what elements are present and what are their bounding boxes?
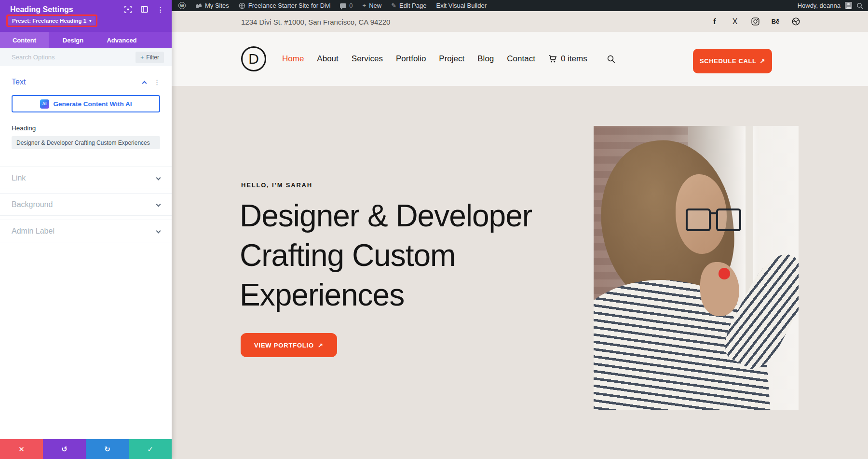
my-sites-icon xyxy=(195,2,202,9)
dribbble-icon[interactable] xyxy=(791,17,800,26)
view-portfolio-label: VIEW PORTFOLIO xyxy=(254,342,314,349)
photo-glasses-lens xyxy=(686,209,711,231)
exit-visual-builder-link[interactable]: Exit Visual Builder xyxy=(431,0,491,11)
ai-badge-icon: AI xyxy=(40,99,49,109)
comments-menu[interactable]: 0 xyxy=(335,0,357,11)
cart-icon xyxy=(548,55,557,63)
site-name-menu[interactable]: Freelance Starter Site for Divi xyxy=(234,0,336,11)
x-twitter-icon[interactable]: X xyxy=(731,17,739,26)
focus-mode-icon[interactable] xyxy=(124,6,132,13)
generate-content-ai-button[interactable]: AI Generate Content With AI xyxy=(12,95,160,112)
my-sites-menu[interactable]: My Sites xyxy=(190,0,234,11)
section-link-label: Link xyxy=(12,174,26,182)
preset-dropdown[interactable]: Preset: Freelance Heading 1 ▾ xyxy=(8,16,95,25)
section-background[interactable]: Background xyxy=(0,193,172,216)
admin-search-icon[interactable] xyxy=(856,2,863,9)
photo-glasses-bridge xyxy=(710,212,718,214)
howdy-label[interactable]: Howdy, deanna xyxy=(798,2,841,9)
chevron-up-icon[interactable] xyxy=(142,81,147,85)
hero-eyebrow: HELLO, I’M SARAH xyxy=(241,181,312,189)
user-avatar[interactable] xyxy=(845,2,852,9)
nav-item-services[interactable]: Services xyxy=(352,54,383,64)
nav-item-contact[interactable]: Contact xyxy=(507,54,535,64)
site-search-button[interactable] xyxy=(607,55,615,63)
panel-layout-icon[interactable] xyxy=(141,6,148,13)
chevron-down-icon xyxy=(156,202,161,207)
schedule-call-button[interactable]: SCHEDULE CALL ↗ xyxy=(693,49,772,73)
redo-icon: ↻ xyxy=(104,445,110,454)
cart-count-label: 0 items xyxy=(561,54,587,64)
admin-bar-left: W My Sites Freelance Starter Site for Di… xyxy=(174,0,491,11)
undo-button[interactable]: ↺ xyxy=(43,439,86,459)
edit-page-label: Edit Page xyxy=(399,2,426,9)
nav-item-portfolio[interactable]: Portfolio xyxy=(396,54,426,64)
filter-button[interactable]: + Filter xyxy=(136,52,164,63)
nav-item-project[interactable]: Project xyxy=(439,54,464,64)
panel-header: Heading Settings ⋮ Preset: Freelance Hea… xyxy=(0,0,172,32)
my-sites-label: My Sites xyxy=(205,2,229,9)
hero-photo[interactable] xyxy=(594,126,799,410)
options-search-bar: + Filter xyxy=(0,48,172,66)
search-options-input[interactable] xyxy=(12,54,131,61)
plus-icon: + xyxy=(140,54,144,61)
panel-header-icons: ⋮ xyxy=(124,6,164,13)
schedule-call-label: SCHEDULE CALL xyxy=(700,57,757,65)
panel-tabs: Content Design Advanced xyxy=(0,32,172,48)
site-search-icon xyxy=(607,55,615,63)
photo-red-nail xyxy=(719,268,730,279)
undo-icon: ↺ xyxy=(61,445,68,454)
close-icon: ✕ xyxy=(18,445,25,454)
preset-highlight-box: Preset: Freelance Heading 1 ▾ xyxy=(6,14,97,27)
cart-link[interactable]: 0 items xyxy=(548,54,587,64)
tab-advanced[interactable]: Advanced xyxy=(97,32,146,48)
text-section-title[interactable]: Text xyxy=(12,78,26,86)
site-name-label: Freelance Starter Site for Divi xyxy=(248,2,331,9)
tab-content[interactable]: Content xyxy=(0,32,49,48)
admin-bar-right: Howdy, deanna xyxy=(798,0,868,11)
divi-settings-panel: Heading Settings ⋮ Preset: Freelance Hea… xyxy=(0,0,172,459)
edit-page-menu[interactable]: ✎ Edit Page xyxy=(386,0,431,11)
comment-bubble-icon xyxy=(340,3,346,8)
nav-item-blog[interactable]: Blog xyxy=(477,54,494,64)
section-menu-icon[interactable]: ⋮ xyxy=(154,79,160,86)
panel-menu-icon[interactable]: ⋮ xyxy=(157,6,164,13)
save-button[interactable]: ✓ xyxy=(129,439,172,459)
social-links: f X Bē xyxy=(710,17,800,26)
site-logo[interactable]: D xyxy=(241,46,266,71)
plus-icon: + xyxy=(363,2,366,9)
filter-label: Filter xyxy=(146,54,159,61)
text-section-header[interactable]: Text ⋮ xyxy=(12,73,160,91)
collapsed-sections: Link Background Admin Label xyxy=(0,167,172,242)
discard-button[interactable]: ✕ xyxy=(0,439,43,459)
check-icon: ✓ xyxy=(147,445,153,454)
heading-field-label: Heading xyxy=(12,125,160,132)
section-link[interactable]: Link xyxy=(0,167,172,189)
arrow-up-right-icon: ↗ xyxy=(318,342,324,349)
hero-heading[interactable]: Designer & Developer Crafting Custom Exp… xyxy=(240,196,572,315)
comment-count: 0 xyxy=(349,2,353,9)
new-label: New xyxy=(369,2,381,9)
redo-button[interactable]: ↻ xyxy=(86,439,129,459)
main-nav: Home About Services Portfolio Project Bl… xyxy=(282,32,615,86)
panel-footer: ✕ ↺ ↻ ✓ xyxy=(0,439,172,459)
view-portfolio-button[interactable]: VIEW PORTFOLIO ↗ xyxy=(241,333,337,357)
photo-glasses-lens xyxy=(716,209,741,231)
instagram-icon[interactable] xyxy=(751,17,760,26)
caret-down-icon: ▾ xyxy=(89,18,92,23)
chevron-down-icon xyxy=(156,229,161,234)
tab-design[interactable]: Design xyxy=(49,32,97,48)
nav-item-about[interactable]: About xyxy=(317,54,338,64)
section-admin-label-label: Admin Label xyxy=(12,227,54,236)
facebook-icon[interactable]: f xyxy=(710,17,719,26)
panel-content: Text ⋮ AI Generate Content With AI Headi… xyxy=(0,66,172,439)
pencil-icon: ✎ xyxy=(391,2,396,9)
heading-field-input[interactable] xyxy=(12,136,160,149)
behance-icon[interactable]: Bē xyxy=(771,17,780,26)
new-content-menu[interactable]: + New xyxy=(358,0,387,11)
site-icon xyxy=(239,2,245,9)
nav-item-home[interactable]: Home xyxy=(282,54,304,64)
generate-content-ai-label: Generate Content With AI xyxy=(54,100,132,108)
wp-logo-menu[interactable]: W xyxy=(174,0,190,11)
section-admin-label[interactable]: Admin Label xyxy=(0,220,172,242)
logo-letter: D xyxy=(248,51,259,67)
